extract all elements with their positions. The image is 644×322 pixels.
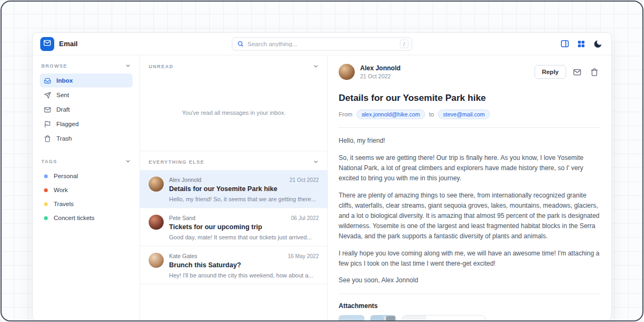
sidebar-item-label: Flagged <box>56 121 79 127</box>
reader-actions: Reply <box>535 65 601 79</box>
tag-item-travels[interactable]: Travels <box>40 197 133 211</box>
email-preview: Hello, my friend! So, it seems that we a… <box>169 196 319 202</box>
email-sender: Pete Sand <box>169 215 195 221</box>
attachment-photo[interactable] <box>370 315 396 321</box>
apps-grid-button[interactable] <box>575 38 587 50</box>
from-to-row: From alex.jonnold@hike.com to steve@mail… <box>339 109 601 119</box>
browse-label: BROWSE <box>41 63 67 69</box>
divider <box>339 294 601 294</box>
attachments-row: videos-hike.zip 100 MB <box>339 315 601 321</box>
sidebar-item-sent[interactable]: Sent <box>40 88 133 102</box>
tag-color-dot <box>44 174 48 178</box>
sidebar-item-draft[interactable]: Draft <box>40 103 133 116</box>
sidebar-item-flagged[interactable]: Flagged <box>40 117 133 131</box>
from-email-chip[interactable]: alex.jonnold@hike.com <box>356 109 426 119</box>
tag-item-concert-tickets[interactable]: Concert tickets <box>40 211 133 225</box>
sidebar-item-label: Sent <box>56 92 69 98</box>
reader-sender-name: Alex Jonnold <box>360 64 400 72</box>
unread-empty-text: You've read all messages in your inbox. <box>182 109 286 116</box>
body-paragraph: See you soon, Alex Jonnold <box>339 275 601 286</box>
forward-email-button[interactable] <box>570 65 583 78</box>
email-subject: Brunch this Saturday? <box>169 261 319 269</box>
email-subject: Tickets for our upcoming trip <box>169 223 319 231</box>
trash-icon <box>590 68 598 76</box>
tag-color-dot <box>44 188 48 192</box>
file-icon-box <box>402 315 426 321</box>
search-icon <box>237 41 244 47</box>
sidebar: BROWSE Inbox Sent <box>33 55 140 320</box>
tag-item-personal[interactable]: Personal <box>40 169 133 183</box>
attachment-photo[interactable] <box>339 315 364 321</box>
chevron-down-icon[interactable] <box>313 159 319 165</box>
avatar <box>149 253 164 268</box>
tags-label: TAGS <box>41 159 57 164</box>
email-sender: Alex Jonnold <box>169 177 201 183</box>
reader-subject: Details for our Yosemite Park hike <box>339 93 601 104</box>
app-header: Email / <box>33 33 611 55</box>
envelope-icon <box>573 68 581 76</box>
tag-item-work[interactable]: Work <box>40 183 133 197</box>
browse-section-header: BROWSE <box>40 63 133 69</box>
to-label: to <box>429 111 434 118</box>
dark-mode-toggle[interactable] <box>592 38 604 50</box>
flag-icon <box>44 121 51 128</box>
reader-header: Alex Jonnold 21 Oct 2022 Reply <box>339 64 601 80</box>
tag-label: Work <box>54 187 68 193</box>
grid-icon <box>577 40 586 48</box>
app-logo <box>40 37 54 51</box>
moon-icon <box>593 39 603 49</box>
sidebar-item-label: Draft <box>56 106 70 113</box>
email-date: 16 May 2022 <box>288 253 319 259</box>
email-preview: Hey! I'll be around the city this weeken… <box>169 272 319 279</box>
avatar <box>339 64 355 80</box>
unread-section-header: UNREAD <box>140 55 327 75</box>
everything-else-label: EVERYTHING ELSE <box>149 159 204 165</box>
app-title: Email <box>59 40 78 48</box>
email-list-item[interactable]: Alex Jonnold 21 Oct 2022 Details for our… <box>140 170 327 208</box>
email-date: 21 Oct 2022 <box>290 177 319 183</box>
search-bar[interactable]: / <box>232 37 412 50</box>
trash-icon <box>44 135 51 142</box>
tags-section-header: TAGS <box>40 158 133 164</box>
tag-label: Personal <box>54 173 78 179</box>
sidebar-layout-icon <box>560 39 569 48</box>
email-item-content: Kate Gates 16 May 2022 Brunch this Satur… <box>169 253 319 279</box>
message-list-panel: UNREAD You've read all messages in your … <box>140 55 328 320</box>
layout-toggle-button[interactable] <box>559 38 570 50</box>
search-shortcut-key: / <box>400 40 408 48</box>
search-input[interactable] <box>247 41 396 47</box>
body-paragraph: I really hope you love coming along with… <box>339 248 601 269</box>
sidebar-item-trash[interactable]: Trash <box>40 131 133 145</box>
reply-button[interactable]: Reply <box>535 65 566 79</box>
file-meta: videos-hike.zip 100 MB <box>426 320 485 321</box>
tag-color-dot <box>44 202 48 206</box>
body-paragraph: Hello, my friend! <box>339 136 601 146</box>
everything-else-section-header: EVERYTHING ELSE <box>140 151 327 170</box>
avatar <box>149 177 164 192</box>
email-subject: Details for our Yosemite Park hike <box>169 185 319 193</box>
email-list-item[interactable]: Pete Sand 06 Jul 2022 Tickets for our up… <box>140 208 327 246</box>
file-name: videos-hike.zip <box>433 320 477 321</box>
chevron-down-icon[interactable] <box>313 63 319 69</box>
from-label: From <box>339 111 353 118</box>
to-email-chip[interactable]: steve@mail.com <box>438 109 491 119</box>
brand: Email <box>40 37 78 51</box>
send-icon <box>44 92 51 99</box>
attachment-file[interactable]: videos-hike.zip 100 MB <box>402 315 486 321</box>
email-list-item[interactable]: Kate Gates 16 May 2022 Brunch this Satur… <box>140 246 327 284</box>
chevron-down-icon[interactable] <box>125 63 131 69</box>
email-date: 06 Jul 2022 <box>291 215 319 221</box>
email-app-window: Email / <box>32 32 612 321</box>
email-reader-panel: Alex Jonnold 21 Oct 2022 Reply <box>328 55 611 320</box>
mail-icon <box>43 39 51 49</box>
email-item-content: Alex Jonnold 21 Oct 2022 Details for our… <box>169 177 319 202</box>
email-body: Hello, my friend! So, it seems we are ge… <box>339 136 601 286</box>
avatar <box>149 215 164 230</box>
email-item-content: Pete Sand 06 Jul 2022 Tickets for our up… <box>169 215 319 240</box>
sidebar-item-inbox[interactable]: Inbox <box>40 74 133 87</box>
chevron-down-icon[interactable] <box>125 158 131 164</box>
email-sender: Kate Gates <box>169 253 197 259</box>
delete-email-button[interactable] <box>588 65 601 78</box>
unread-label: UNREAD <box>149 64 173 69</box>
divider <box>339 127 601 128</box>
